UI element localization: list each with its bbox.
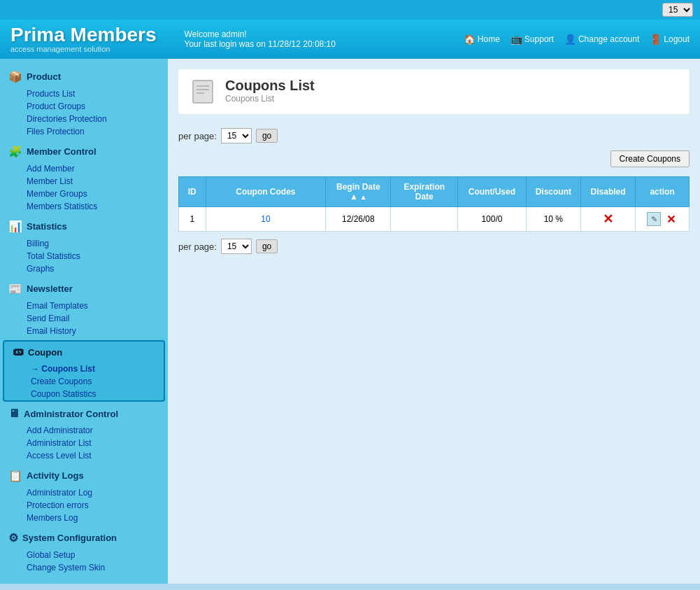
account-icon: 👤	[564, 34, 576, 45]
sidebar-item-coupons-list[interactable]: → Coupons List	[25, 363, 164, 375]
sidebar-section-statistics: 📊 StatisticsBillingTotal StatisticsGraph…	[0, 216, 168, 275]
home-icon: 🏠	[464, 34, 476, 45]
sidebar-item-email-templates[interactable]: Email Templates	[21, 300, 168, 312]
section-label-statistics: Statistics	[27, 221, 67, 232]
col-header-begin-date[interactable]: Begin Date ▲	[326, 177, 391, 207]
sidebar-section-newsletter: 📰 NewsletterEmail TemplatesSend EmailEma…	[0, 278, 168, 337]
sidebar-item-members-statistics[interactable]: Members Statistics	[21, 200, 168, 213]
sidebar-item-directories-protection[interactable]: Directories Protection	[21, 113, 168, 125]
col-header-count-used: Count/Used	[458, 177, 527, 207]
cell-id: 1	[179, 207, 206, 232]
sidebar-section-header-activity-logs[interactable]: 📋 Activity Logs	[0, 465, 168, 486]
section-icon-activity-logs: 📋	[8, 469, 22, 482]
col-header-disabled: Disabled	[581, 177, 636, 207]
edit-button[interactable]: ✎	[647, 212, 661, 226]
sidebar-section-administrator-control: 🖥 Administrator ControlAdd Administrator…	[0, 403, 168, 462]
col-header-expiration-date: Expiration Date	[391, 177, 458, 207]
per-page-bottom: per page: 15 go	[178, 239, 690, 254]
sidebar-item-product-groups[interactable]: Product Groups	[21, 100, 168, 113]
sidebar-section-header-newsletter[interactable]: 📰 Newsletter	[0, 278, 168, 300]
per-page-select-top[interactable]: 15	[221, 128, 252, 143]
sidebar-section-header-member-control[interactable]: 🧩 Member Control	[0, 141, 168, 162]
sidebar-item-administrator-list[interactable]: Administrator List	[21, 437, 168, 449]
section-label-system-configuration: System Configuration	[22, 533, 117, 543]
per-page-top: per page: 15 go	[178, 128, 690, 143]
sidebar-section-header-system-configuration[interactable]: ⚙ System Configuration	[0, 527, 168, 549]
sidebar-item-protection-errors[interactable]: Protection errors	[21, 499, 168, 512]
sidebar-item-create-coupons[interactable]: Create Coupons	[25, 375, 164, 388]
breadcrumb: Coupons List	[225, 94, 315, 104]
section-icon-coupon: 🎟	[13, 346, 24, 358]
sidebar-item-email-history[interactable]: Email History	[21, 325, 168, 337]
welcome-line2: Your last login was on 11/28/12 20:08:10	[185, 39, 464, 49]
sidebar-section-header-coupon[interactable]: 🎟 Coupon	[4, 342, 164, 363]
sidebar-item-add-member[interactable]: Add Member	[21, 162, 168, 175]
col-header-id: ID	[179, 177, 206, 207]
sidebar-section-coupon: 🎟 Coupon→ Coupons ListCreate CouponsCoup…	[3, 340, 165, 402]
sidebar-item-graphs[interactable]: Graphs	[21, 262, 168, 275]
cell-action: ✎ ✕	[636, 207, 690, 232]
nav-support[interactable]: 📺 Support	[510, 34, 554, 45]
sidebar-section-system-configuration: ⚙ System ConfigurationGlobal SetupChange…	[0, 527, 168, 574]
sidebar-item-send-email[interactable]: Send Email	[21, 312, 168, 325]
section-label-activity-logs: Activity Logs	[27, 470, 84, 481]
nav-logout[interactable]: 🚪 Logout	[650, 34, 690, 45]
section-label-coupon: Coupon	[28, 347, 62, 358]
coupon-link[interactable]: 10	[261, 214, 270, 224]
sidebar-item-coupon-statistics[interactable]: Coupon Statistics	[25, 388, 164, 400]
sidebar-item-billing[interactable]: Billing	[21, 237, 168, 250]
welcome-line1: Welcome admin!	[185, 29, 464, 39]
sidebar-section-header-administrator-control[interactable]: 🖥 Administrator Control	[0, 403, 168, 424]
section-icon-newsletter: 📰	[8, 282, 22, 295]
section-icon-system-configuration: ⚙	[8, 531, 18, 545]
sidebar-item-global-setup[interactable]: Global Setup	[21, 549, 168, 561]
page-icon	[189, 78, 217, 106]
nav-home[interactable]: 🏠 Home	[464, 34, 500, 45]
delete-button[interactable]: ✕	[664, 212, 678, 226]
cell-count-used: 100/0	[458, 207, 527, 232]
sidebar-item-add-administrator[interactable]: Add Administrator	[21, 424, 168, 437]
section-icon-statistics: 📊	[8, 220, 22, 233]
sidebar-section-header-statistics[interactable]: 📊 Statistics	[0, 216, 168, 237]
sidebar-section-header-product[interactable]: 📦 Product	[0, 66, 168, 87]
sidebar-item-total-statistics[interactable]: Total Statistics	[21, 250, 168, 262]
logo-title: Prima Members	[10, 25, 157, 45]
sidebar-item-access-level-list[interactable]: Access Level List	[21, 449, 168, 462]
per-page-label-top: per page:	[178, 131, 217, 141]
coupons-table: ID Coupon Codes Begin Date ▲ Expiration …	[178, 176, 690, 232]
disabled-x-icon: ✕	[603, 212, 613, 226]
create-coupons-button[interactable]: Create Coupons	[610, 150, 690, 167]
sidebar-item-products-list[interactable]: Products List	[21, 87, 168, 100]
logout-icon: 🚪	[650, 34, 662, 45]
section-icon-administrator-control: 🖥	[8, 407, 20, 420]
cell-expiration-date	[391, 207, 458, 232]
section-icon-member-control: 🧩	[8, 145, 22, 158]
per-page-label-bottom: per page:	[178, 241, 217, 252]
col-header-coupon-codes: Coupon Codes	[206, 177, 326, 207]
sidebar-item-member-list[interactable]: Member List	[21, 175, 168, 188]
cell-begin-date: 12/26/08	[326, 207, 391, 232]
language-selector[interactable]: 15	[662, 3, 693, 17]
per-page-select-bottom[interactable]: 15	[221, 239, 252, 254]
support-icon: 📺	[510, 34, 522, 45]
section-label-administrator-control: Administrator Control	[24, 409, 118, 419]
logo-subtitle: access management solution	[10, 45, 157, 53]
cell-coupon-code: 10	[206, 207, 326, 232]
sidebar-item-files-protection[interactable]: Files Protection	[21, 125, 168, 138]
page-title-area: Coupons List Coupons List	[178, 69, 690, 114]
cell-discount: 10 %	[526, 207, 580, 232]
svg-rect-0	[193, 80, 213, 103]
section-label-member-control: Member Control	[27, 146, 97, 157]
go-button-bottom[interactable]: go	[256, 239, 278, 253]
sidebar-item-administrator-log[interactable]: Administrator Log	[21, 486, 168, 499]
page-title: Coupons List	[225, 78, 315, 94]
nav-change-account[interactable]: 👤 Change account	[564, 34, 639, 45]
sidebar-section-product: 📦 ProductProducts ListProduct GroupsDire…	[0, 66, 168, 138]
go-button-top[interactable]: go	[256, 129, 278, 143]
sidebar-item-change-system-skin[interactable]: Change System Skin	[21, 561, 168, 574]
sidebar-item-members-log[interactable]: Members Log	[21, 512, 168, 524]
sidebar-section-activity-logs: 📋 Activity LogsAdministrator LogProtecti…	[0, 465, 168, 524]
col-header-discount: Discount	[526, 177, 580, 207]
section-icon-product: 📦	[8, 70, 22, 83]
sidebar-item-member-groups[interactable]: Member Groups	[21, 188, 168, 200]
